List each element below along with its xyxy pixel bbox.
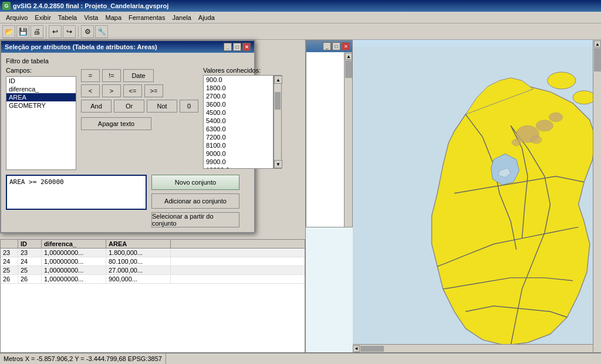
secondary-close-btn[interactable]: ✕ bbox=[342, 42, 350, 50]
op-equals-btn[interactable]: = bbox=[81, 69, 100, 82]
col-header-area[interactable]: AREA bbox=[106, 240, 171, 248]
dialog-title-text: Seleção por atributos (Tabela de atribut… bbox=[5, 43, 157, 50]
value-3600[interactable]: 3600.0 bbox=[204, 100, 273, 108]
toolbar-sep1 bbox=[46, 26, 46, 38]
fields-row: Campos: ID diferenca_ AREA GEOMETRY = != bbox=[6, 67, 249, 170]
value-10800[interactable]: 10800.0 bbox=[204, 166, 273, 169]
fields-list[interactable]: ID diferenca_ AREA GEOMETRY bbox=[6, 76, 76, 170]
op-lte-btn[interactable]: <= bbox=[123, 84, 142, 97]
op-row-3: And Or Not 0 bbox=[81, 100, 198, 113]
menu-arquivo[interactable]: Arquivo bbox=[2, 13, 31, 22]
value-9000[interactable]: 9000.0 bbox=[204, 149, 273, 158]
col-header-id[interactable]: ID bbox=[18, 240, 42, 248]
value-5400[interactable]: 5400.0 bbox=[204, 117, 273, 125]
op-gte-btn[interactable]: >= bbox=[144, 84, 163, 97]
toolbar-open-btn[interactable]: 📂 bbox=[2, 25, 15, 38]
apagar-texto-btn[interactable]: Apagar texto bbox=[81, 117, 151, 130]
secondary-content: ▲ bbox=[306, 52, 352, 227]
menu-ferramentas[interactable]: Ferramentas bbox=[125, 13, 168, 22]
field-diferenca[interactable]: diferenca_ bbox=[6, 85, 76, 93]
map-scrollbar-h[interactable]: ◄ bbox=[353, 344, 593, 352]
op-zero-btn[interactable]: 0 bbox=[180, 100, 198, 113]
secondary-scrollbar[interactable]: ▲ bbox=[344, 52, 352, 227]
cell-rownum-26: 26 bbox=[1, 275, 18, 283]
op-row-2: < > <= >= bbox=[81, 84, 198, 97]
menu-mapa[interactable]: Mapa bbox=[102, 13, 126, 22]
toolbar-save-btn[interactable]: 💾 bbox=[16, 25, 29, 38]
novo-conjunto-btn[interactable]: Novo conjunto bbox=[151, 175, 239, 190]
cell-area-26: 900,000... bbox=[106, 275, 171, 283]
scrollbar-down-btn[interactable]: ▼ bbox=[274, 160, 282, 168]
toolbar-tools-btn[interactable]: 🔧 bbox=[95, 25, 108, 38]
map-scroll-left-btn[interactable]: ◄ bbox=[353, 345, 360, 352]
attribute-filter-dialog: Seleção por atributos (Tabela de atribut… bbox=[0, 40, 255, 233]
cell-dif-26: 1,00000000... bbox=[42, 275, 106, 283]
op-gt-btn[interactable]: > bbox=[102, 84, 121, 97]
scrollbar-thumb[interactable] bbox=[275, 92, 281, 110]
menu-exibir[interactable]: Exibir bbox=[31, 13, 55, 22]
menu-ajuda[interactable]: Ajuda bbox=[195, 13, 218, 22]
cell-area-23: 1.800,000... bbox=[106, 249, 171, 257]
table-row: 25 25 1,00000000... 27.000,00... bbox=[1, 266, 305, 275]
menu-bar: Arquivo Exibir Tabela Vista Mapa Ferrame… bbox=[0, 12, 601, 23]
toolbar-print-btn[interactable]: 🖨 bbox=[31, 25, 43, 38]
toolbar-settings-btn[interactable]: ⚙ bbox=[81, 25, 94, 38]
field-area[interactable]: AREA bbox=[6, 93, 76, 101]
map-scroll-up-btn[interactable]: ▲ bbox=[594, 40, 601, 47]
value-6300[interactable]: 6300.0 bbox=[204, 125, 273, 133]
value-4500[interactable]: 4500.0 bbox=[204, 108, 273, 117]
expression-box[interactable]: AREA >= 260000 bbox=[6, 175, 147, 210]
data-table: ID diferenca_ AREA 23 23 1,00000000... 1… bbox=[0, 239, 305, 364]
toolbar-undo-btn[interactable]: ↩ bbox=[49, 25, 62, 38]
svg-point-7 bbox=[531, 136, 542, 144]
svg-point-4 bbox=[536, 120, 553, 131]
map-scroll-thumb-h[interactable] bbox=[360, 346, 384, 352]
values-label: Valores conhecidos: bbox=[203, 67, 282, 74]
map-svg bbox=[353, 40, 601, 352]
field-id[interactable]: ID bbox=[6, 77, 76, 85]
op-date-btn[interactable]: Date bbox=[123, 69, 154, 82]
selecionar-conjunto-btn[interactable]: Selecionar a partir do conjunto bbox=[151, 212, 239, 227]
dialog-minimize-btn[interactable]: _ bbox=[224, 43, 232, 51]
op-lt-btn[interactable]: < bbox=[81, 84, 100, 97]
sec-scroll-thumb[interactable] bbox=[345, 60, 352, 78]
cell-rownum-25: 25 bbox=[1, 266, 18, 274]
sec-scroll-up[interactable]: ▲ bbox=[345, 53, 352, 60]
values-list[interactable]: 900.0 1800.0 2700.0 3600.0 4500.0 5400.0… bbox=[203, 75, 274, 169]
left-panel: Seleção por atributos (Tabela de atribut… bbox=[0, 40, 305, 364]
op-notequals-btn[interactable]: != bbox=[102, 69, 121, 82]
value-7200[interactable]: 7200.0 bbox=[204, 133, 273, 141]
adicionar-conjunto-btn[interactable]: Adicionar ao conjunto bbox=[151, 193, 239, 209]
col-header-diferenca[interactable]: diferenca_ bbox=[42, 240, 106, 248]
table-header: ID diferenca_ AREA bbox=[1, 240, 305, 249]
op-and-btn[interactable]: And bbox=[81, 100, 112, 113]
value-1800[interactable]: 1800.0 bbox=[204, 84, 273, 92]
map-container[interactable] bbox=[353, 40, 601, 352]
dialog-maximize-btn[interactable]: □ bbox=[233, 43, 241, 51]
value-8100[interactable]: 8100.0 bbox=[204, 141, 273, 149]
svg-point-1 bbox=[548, 72, 576, 89]
menu-tabela[interactable]: Tabela bbox=[55, 13, 80, 22]
map-scrollbar-v[interactable]: ▲ bbox=[593, 40, 601, 352]
cell-dif-23: 1,00000000... bbox=[42, 249, 106, 257]
value-9900[interactable]: 9900.0 bbox=[204, 158, 273, 166]
cell-id-26: 26 bbox=[18, 275, 42, 283]
map-scroll-thumb-v[interactable] bbox=[594, 48, 601, 72]
svg-point-6 bbox=[512, 139, 521, 146]
secondary-minimize-btn[interactable]: _ bbox=[323, 42, 331, 50]
scrollbar-up-btn[interactable]: ▲ bbox=[274, 76, 282, 84]
menu-janela[interactable]: Janela bbox=[168, 13, 194, 22]
value-900[interactable]: 900.0 bbox=[204, 76, 273, 84]
cell-area-25: 27.000,00... bbox=[106, 266, 171, 274]
values-scrollbar[interactable]: ▲ ▼ bbox=[274, 75, 282, 169]
secondary-window: _ □ ✕ ▲ bbox=[306, 40, 353, 227]
menu-vista[interactable]: Vista bbox=[80, 13, 102, 22]
op-or-btn[interactable]: Or bbox=[114, 100, 144, 113]
toolbar-redo-btn[interactable]: ↪ bbox=[63, 25, 76, 38]
value-2700[interactable]: 2700.0 bbox=[204, 92, 273, 100]
field-geometry[interactable]: GEOMETRY bbox=[6, 101, 76, 110]
col-header-rownum bbox=[1, 240, 18, 248]
dialog-close-btn[interactable]: ✕ bbox=[242, 43, 251, 51]
secondary-maximize-btn[interactable]: □ bbox=[332, 42, 340, 50]
op-not-btn[interactable]: Not bbox=[147, 100, 177, 113]
